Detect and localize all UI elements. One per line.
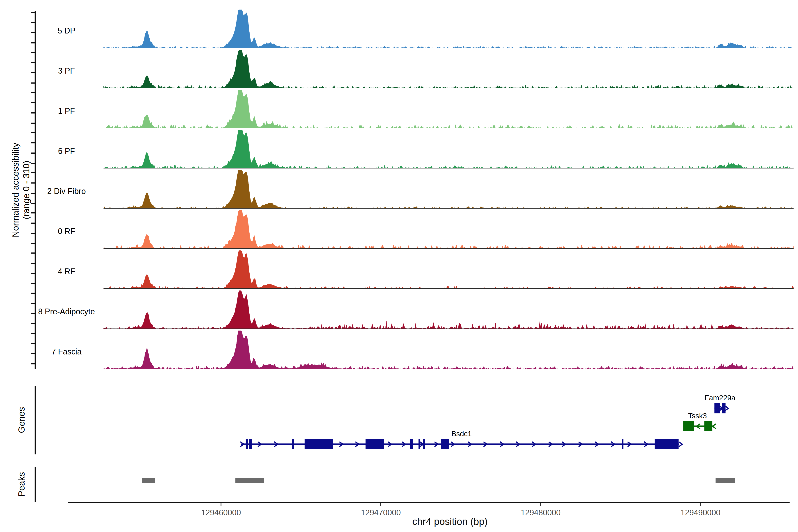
track-label: 5 DP	[7, 26, 126, 36]
gene-model-tssk3	[683, 421, 716, 431]
peak-bars	[142, 478, 735, 483]
track-signal-1-pf	[103, 90, 794, 128]
plot-canvas	[0, 0, 798, 532]
section-brackets	[35, 386, 36, 502]
track-signal-6-pf	[103, 130, 794, 168]
genes-section-label: Genes	[17, 407, 26, 433]
track-label: 7 Fascia	[7, 347, 126, 357]
gene-model-bsdc1	[240, 439, 682, 449]
track-label: 1 PF	[7, 107, 126, 116]
track-signal-2-div-fibro	[103, 170, 794, 208]
gene-label-tssk3: Tssk3	[653, 412, 742, 420]
track-label: 3 PF	[7, 66, 126, 76]
x-tick-label: 129490000	[654, 508, 747, 517]
track-signal-4-rf	[103, 250, 794, 289]
peaks-section-label: Peaks	[17, 472, 26, 496]
track-signal-5-dp	[103, 10, 794, 48]
track-signal-3-pf	[103, 50, 794, 88]
x-tick-label: 129460000	[174, 508, 268, 517]
gene-label-bsdc1: Bsdc1	[417, 430, 506, 438]
track-label: 6 PF	[7, 147, 126, 156]
x-axis	[68, 502, 790, 506]
track-signal-7-fascia	[103, 331, 794, 369]
track-label: 8 Pre-Adipocyte	[7, 307, 126, 316]
track-label: 4 RF	[7, 267, 126, 276]
x-axis-title: chr4 position (bp)	[350, 516, 550, 527]
track-signal-8-pre-adipocyte	[103, 291, 794, 329]
track-signal-0-rf	[103, 210, 794, 248]
track-label: 0 RF	[7, 227, 126, 236]
track-label: 2 Div Fibro	[7, 187, 126, 196]
coverage-plot-figure: Normalized accessibility (range 0 - 310)…	[0, 0, 798, 532]
gene-label-fam229a: Fam229a	[676, 394, 764, 402]
